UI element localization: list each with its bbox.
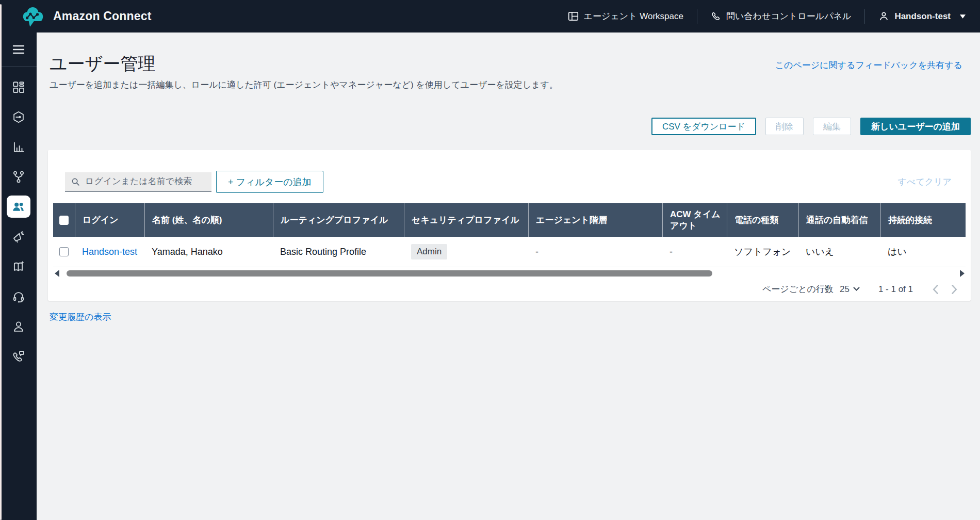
cell-login: Handson-test bbox=[75, 237, 144, 267]
security-profile-badge: Admin bbox=[411, 244, 447, 259]
person-icon bbox=[12, 320, 25, 333]
table-row: Handson-test Yamada, Hanako Basic Routin… bbox=[53, 237, 966, 267]
workspace-grid-icon bbox=[568, 11, 579, 22]
cell-routing-profile: Basic Routing Profile bbox=[273, 237, 404, 267]
sidebar-item-metrics[interactable] bbox=[7, 106, 30, 128]
column-header-label: 名前 (姓、名の順) bbox=[152, 215, 222, 225]
column-header-login: ログイン bbox=[75, 203, 144, 237]
nav-contact-control-panel[interactable]: 問い合わせコントロールパネル bbox=[711, 10, 851, 22]
nav-agent-workspace[interactable]: エージェント Workspace bbox=[568, 10, 683, 22]
nav-divider bbox=[864, 9, 865, 24]
cell-name: Yamada, Hanako bbox=[144, 237, 273, 267]
sidebar-item-contact-search[interactable] bbox=[7, 285, 30, 307]
column-header-persistent-connection: 持続的接続 bbox=[880, 203, 966, 237]
amazon-connect-logo-icon bbox=[21, 6, 45, 27]
column-header-label: セキュリティプロファイル bbox=[412, 215, 519, 225]
feedback-link[interactable]: このページに関するフィードバックを共有する bbox=[775, 59, 962, 71]
horizontal-scrollbar bbox=[53, 269, 966, 278]
hexagon-metrics-icon bbox=[12, 110, 25, 124]
sidebar-item-routing[interactable] bbox=[7, 166, 30, 188]
sidebar-item-profiles[interactable] bbox=[7, 315, 30, 337]
column-header-auto-accept: 通話の自動着信 bbox=[798, 203, 880, 237]
page-head: ユーザー管理 このページに関するフィードバックを共有する ユーザーを追加または一… bbox=[37, 32, 980, 91]
scroll-left-arrow[interactable] bbox=[55, 270, 59, 277]
sidebar-item-analytics[interactable] bbox=[7, 136, 30, 158]
book-sparkle-icon bbox=[12, 260, 25, 273]
user-menu-label: Handson-test bbox=[894, 11, 951, 22]
rows-per-page-label: ページごとの行数 bbox=[762, 283, 834, 295]
search-input[interactable] bbox=[85, 176, 205, 187]
headset-icon bbox=[12, 290, 25, 303]
cell-persistent-connection: はい bbox=[880, 237, 966, 267]
add-filter-button[interactable]: + フィルターの追加 bbox=[216, 171, 323, 193]
previous-page-button[interactable] bbox=[933, 285, 938, 294]
cell-auto-accept: いいえ bbox=[798, 237, 880, 267]
row-checkbox[interactable] bbox=[59, 247, 69, 256]
sidebar-item-flows-module[interactable] bbox=[7, 255, 30, 278]
top-nav: エージェント Workspace 問い合わせコントロールパネル Handson-… bbox=[568, 9, 966, 24]
sidebar-item-campaigns[interactable] bbox=[7, 225, 30, 248]
brand: Amazon Connect bbox=[21, 6, 152, 27]
select-all-checkbox[interactable] bbox=[59, 216, 69, 225]
toolbar: CSV をダウンロード 削除 編集 新しいユーザーの追加 bbox=[37, 118, 980, 135]
add-user-button[interactable]: 新しいユーザーの追加 bbox=[860, 118, 971, 135]
sidebar bbox=[0, 32, 37, 520]
column-header-label: 電話の種類 bbox=[734, 215, 778, 225]
search-icon bbox=[71, 177, 80, 186]
sidebar-divider bbox=[0, 66, 37, 67]
megaphone-icon bbox=[12, 230, 25, 243]
users-icon bbox=[11, 200, 25, 214]
column-header-label: 通話の自動着信 bbox=[806, 215, 868, 225]
hamburger-icon bbox=[12, 45, 25, 54]
pagination: ページごとの行数 25 1 - 1 of 1 bbox=[48, 278, 971, 301]
page-description: ユーザーを追加または一括編集し、ロールに適した許可 (エージェントやマネージャー… bbox=[50, 79, 962, 91]
cell-phone-type: ソフトフォン bbox=[727, 237, 798, 267]
table-header-row: ログイン 名前 (姓、名の順) ルーティングプロファイル セキュリティプロファイ… bbox=[53, 203, 966, 237]
sidebar-nav bbox=[7, 76, 30, 367]
user-login-link[interactable]: Handson-test bbox=[82, 247, 137, 257]
column-header-label: エージェント階層 bbox=[536, 215, 607, 225]
top-header: Amazon Connect エージェント Workspace 問い合わせコント… bbox=[0, 0, 980, 32]
column-header-label: ルーティングプロファイル bbox=[281, 215, 388, 225]
column-header-agent-hierarchy: エージェント階層 bbox=[528, 203, 662, 237]
rows-per-page-value: 25 bbox=[840, 284, 850, 295]
main-content: ユーザー管理 このページに関するフィードバックを共有する ユーザーを追加または一… bbox=[37, 32, 980, 323]
user-menu[interactable]: Handson-test bbox=[878, 11, 966, 22]
menu-toggle-button[interactable] bbox=[7, 40, 30, 59]
download-csv-button[interactable]: CSV をダウンロード bbox=[651, 118, 756, 135]
filter-row: + フィルターの追加 すべてクリア bbox=[48, 171, 971, 193]
clear-all-link[interactable]: すべてクリア bbox=[898, 176, 952, 188]
column-header-label: 持続的接続 bbox=[888, 215, 932, 225]
select-all-cell bbox=[53, 203, 75, 237]
column-header-phone-type: 電話の種類 bbox=[727, 203, 798, 237]
scroll-right-arrow[interactable] bbox=[960, 270, 965, 277]
scrollbar-thumb[interactable] bbox=[67, 270, 712, 277]
rows-per-page-select[interactable]: ページごとの行数 25 bbox=[762, 283, 860, 295]
edit-button[interactable]: 編集 bbox=[813, 118, 851, 135]
column-header-security-profile: セキュリティプロファイル bbox=[404, 203, 528, 237]
scrollbar-track[interactable] bbox=[59, 269, 960, 278]
cell-security-profile: Admin bbox=[404, 237, 528, 267]
branch-routing-icon bbox=[12, 170, 25, 184]
history-link[interactable]: 変更履歴の表示 bbox=[50, 311, 111, 323]
sidebar-item-dashboard[interactable] bbox=[7, 76, 30, 98]
nav-divider bbox=[697, 9, 697, 24]
sidebar-item-users[interactable] bbox=[7, 196, 30, 218]
phone-icon bbox=[711, 11, 721, 22]
user-icon bbox=[878, 11, 889, 22]
cell-acw-timeout: - bbox=[662, 237, 727, 267]
delete-button[interactable]: 削除 bbox=[765, 118, 804, 135]
users-table: ログイン 名前 (姓、名の順) ルーティングプロファイル セキュリティプロファイ… bbox=[53, 203, 966, 267]
brand-name: Amazon Connect bbox=[53, 9, 152, 23]
column-header-label: ログイン bbox=[83, 215, 119, 225]
column-header-acw-timeout: ACW タイムアウト bbox=[662, 203, 727, 237]
nav-ccp-label: 問い合わせコントロールパネル bbox=[726, 10, 851, 22]
sidebar-item-phone-channels[interactable] bbox=[7, 345, 30, 367]
window-edge bbox=[0, 4, 2, 520]
column-header-name: 名前 (姓、名の順) bbox=[144, 203, 273, 237]
search-box[interactable] bbox=[65, 172, 211, 192]
pagination-range: 1 - 1 of 1 bbox=[878, 284, 913, 295]
cell-agent-hierarchy: - bbox=[528, 237, 662, 267]
next-page-button[interactable] bbox=[952, 285, 957, 294]
nav-agent-workspace-label: エージェント Workspace bbox=[584, 10, 683, 22]
